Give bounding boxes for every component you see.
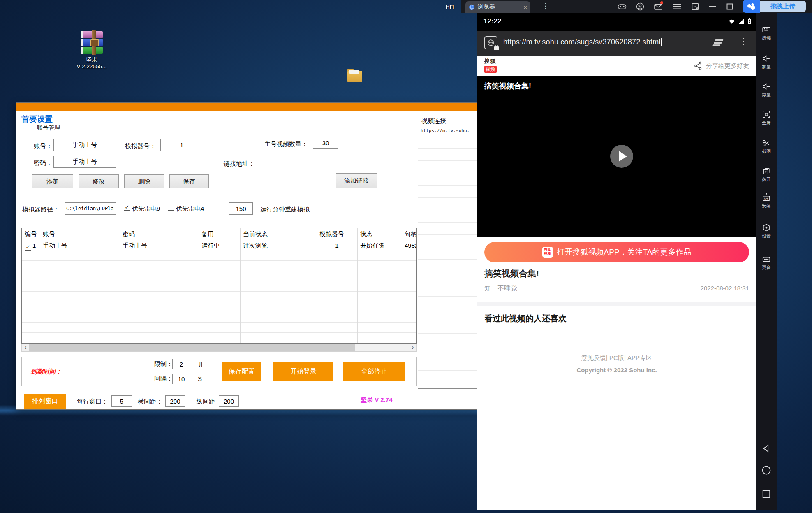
video-count-input[interactable] [313, 137, 338, 149]
recents-square-icon [761, 489, 772, 499]
app-titlebar[interactable] [16, 103, 479, 111]
sidebar-item-label: 截图 [756, 149, 777, 155]
arrange-windows-button[interactable]: 排列窗口 [24, 394, 66, 409]
sidebar-item-more[interactable]: 更多 [756, 255, 777, 271]
site-security-icon[interactable] [484, 36, 497, 49]
tabs-icon[interactable] [712, 38, 724, 50]
footer-links[interactable]: 意见反馈| PC版| APP专区 [477, 354, 756, 362]
limit-unit: 开 [198, 361, 204, 369]
sidebar-item-label: 按键 [756, 35, 777, 41]
video-author[interactable]: 知一不睡觉 [484, 284, 517, 293]
nav-home-button[interactable] [761, 465, 772, 477]
cell-handle: 4982 [402, 240, 417, 251]
row-checkbox[interactable]: ✓ [25, 244, 31, 251]
desktop-icon-label-2: V-2.22555... [73, 63, 110, 70]
sohu-video-logo[interactable]: 搜狐 视频 [484, 58, 497, 73]
video-player[interactable]: 搞笑视频合集! [477, 76, 756, 237]
cell-status: 开始任务 [357, 240, 402, 251]
scroll-left-arrow[interactable]: ‹ [22, 344, 29, 351]
svg-text:APK: APK [764, 197, 768, 200]
gamepad-icon[interactable] [618, 2, 627, 11]
stop-all-button[interactable]: 全部停止 [343, 362, 405, 381]
v-gap-input[interactable] [219, 395, 239, 407]
sidebar-item-keymap[interactable]: 按键 [756, 25, 777, 41]
scroll-thumb[interactable] [29, 344, 355, 351]
interval-label: 间隔： [154, 375, 173, 383]
boss-key-icon[interactable] [691, 2, 700, 11]
password-input[interactable] [53, 156, 116, 168]
save-button[interactable]: 保存 [169, 174, 209, 188]
maximize-icon[interactable] [725, 2, 734, 11]
back-icon [761, 443, 772, 454]
h-gap-input[interactable] [165, 395, 185, 407]
sidebar-item-volume-up[interactable]: 加量 [756, 54, 777, 70]
minimize-icon[interactable] [708, 2, 717, 11]
folder-icon[interactable] [347, 71, 362, 82]
sidebar-item-fullscreen[interactable]: 全屏 [756, 110, 777, 126]
share-button[interactable]: 分享给更多好友 [694, 61, 749, 70]
video-count-label: 主号视频数量： [264, 140, 308, 148]
rebuild-minutes-label: 运行分钟重建模拟 [260, 206, 310, 214]
globe-icon [469, 4, 475, 10]
sidebar-item-screenshot[interactable]: 截图 [756, 139, 777, 155]
sidebar-item-label: 多开 [756, 176, 777, 183]
android-status-bar: 12:22 [477, 13, 756, 31]
horizontal-scrollbar[interactable]: ‹ › [21, 344, 417, 352]
tab-close-icon[interactable]: × [523, 4, 527, 11]
nav-recents-button[interactable] [761, 489, 772, 501]
new-tab-menu-icon[interactable]: ⋮ [542, 2, 549, 10]
volume-up-icon [762, 54, 771, 63]
cta-label: 打开搜狐视频APP，关注TA的更多作品 [557, 247, 692, 258]
browser-url-bar: https://m.tv.sohu.com/sugs/sv370620872.s… [477, 31, 756, 56]
status-time: 12:22 [483, 17, 501, 26]
video-link-title: 视频连接 [421, 117, 446, 125]
start-login-button[interactable]: 开始登录 [273, 362, 333, 381]
browser-menu-icon[interactable]: ⋮ [739, 37, 748, 46]
account-icon[interactable] [636, 2, 645, 11]
sidebar-item-label: 更多 [756, 265, 777, 271]
add-button[interactable]: 添加 [32, 174, 73, 188]
h-gap-label: 横间距： [138, 398, 162, 406]
sidebar-item-multi-instance[interactable]: 多开 [756, 167, 777, 183]
emulator-path-input[interactable] [65, 202, 116, 215]
prefer-ld9-label: 优先雷电9 [132, 205, 160, 213]
sidebar-item-volume-down[interactable]: 减量 [756, 82, 777, 98]
col-header: 编号 [22, 228, 40, 240]
emulator-tab-browser[interactable]: 浏览器 × [465, 1, 530, 13]
account-input[interactable] [53, 139, 116, 151]
row-select-cell[interactable]: ✓1 [22, 240, 40, 251]
prefer-ld4-checkbox[interactable] [168, 204, 174, 211]
save-config-button[interactable]: 保存配置 [222, 362, 261, 381]
notification-dot [660, 1, 663, 4]
sidebar-item-install-apk[interactable]: APK 安装 [756, 193, 777, 209]
link-address-input[interactable] [257, 157, 396, 168]
per-row-input[interactable] [111, 395, 132, 407]
video-link-item[interactable]: https://m.tv.sohu. [421, 128, 470, 133]
add-link-button[interactable]: 添加链接 [336, 173, 377, 188]
url-text[interactable]: https://m.tv.sohu.com/sugs/sv370620872.s… [503, 38, 662, 46]
interval-input[interactable] [172, 374, 190, 384]
open-app-cta-button[interactable]: 搜狐视频 打开搜狐视频APP，关注TA的更多作品 [484, 242, 749, 262]
sidebar-item-settings[interactable]: 设置 [756, 223, 777, 239]
prefer-ld9-checkbox[interactable]: ✓ [124, 204, 130, 211]
tab-label: 浏览器 [478, 3, 521, 11]
share-label: 分享给更多好友 [706, 62, 749, 70]
scroll-right-arrow[interactable]: › [409, 344, 416, 351]
col-header: 句柄 [402, 228, 417, 240]
messages-icon[interactable] [654, 2, 663, 11]
video-title: 搞笑视频合集! [484, 268, 539, 279]
sidebar-item-label: 全屏 [756, 120, 777, 126]
delete-button[interactable]: 删除 [124, 174, 164, 188]
emulator-no-input[interactable] [160, 139, 203, 151]
rebuild-minutes-input[interactable] [229, 202, 253, 215]
col-header: 密码 [120, 228, 199, 240]
netdisk-logo-icon[interactable] [743, 0, 760, 13]
nav-back-button[interactable] [761, 443, 772, 455]
play-button[interactable] [610, 145, 633, 168]
modify-button[interactable]: 修改 [79, 174, 119, 188]
drag-upload-chip[interactable]: 拖拽上传 [760, 1, 806, 12]
sohu-app-icon: 搜狐视频 [542, 247, 553, 258]
limit-input[interactable] [172, 359, 190, 369]
desktop-icon-rar[interactable]: 坚果 V-2.22555... [73, 31, 110, 70]
menu-icon[interactable] [673, 2, 682, 11]
